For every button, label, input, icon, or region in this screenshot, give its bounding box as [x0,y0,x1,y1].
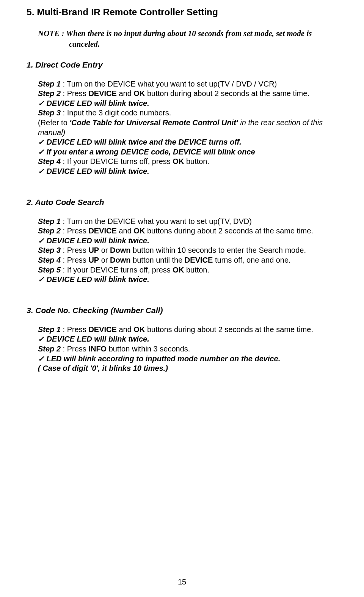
s2-step4: Step 4 : Press UP or Down button until t… [38,255,337,265]
t: turns off, one and one. [213,256,290,264]
s1-step2: Step 2 : Press DEVICE and OK button duri… [38,89,337,99]
t: UP [88,246,99,254]
t: and [117,89,133,98]
s1-step2-label: Step 2 [38,89,61,98]
subheading-auto-code: 2. Auto Code Search [27,198,337,207]
section-code-no: Step 1 : Press DEVICE and OK buttons dur… [38,325,337,373]
s1-step1-label: Step 1 [38,80,61,88]
s3-check1: ✓ DEVICE LED will blink twice. [38,334,337,344]
t: button until the [131,256,185,264]
t: 'Code Table for Universal Remote Control… [69,118,238,127]
t: : Press [61,246,88,254]
s1-check1: ✓ DEVICE LED will blink twice. [38,99,337,109]
t: and [117,325,133,334]
t: : Press [61,325,88,334]
page-number: 15 [0,578,364,586]
subheading-direct-code: 1. Direct Code Entry [27,60,337,69]
t: : Press [61,256,88,264]
s3-step1-label: Step 1 [38,325,61,334]
s1-check4: ✓ DEVICE LED will blink twice. [38,167,337,176]
t: button within 10 seconds to enter the Se… [131,246,306,254]
t: : Turn on the DEVICE what you want to se… [61,217,252,225]
t: OK [173,157,184,165]
s1-step3: Step 3 : Input the 3 digit code numbers. [38,108,337,118]
t: DEVICE [185,256,213,264]
s2-step1: Step 1 : Turn on the DEVICE what you wan… [38,217,337,227]
s2-check1: ✓ DEVICE LED will blink twice. [38,236,337,246]
s1-step4-label: Step 4 [38,157,61,165]
section-direct-code: Step 1 : Turn on the DEVICE what you wan… [38,79,337,176]
t: : Press [61,227,88,235]
s1-check3: ✓ If you enter a wrong DEVICE code, DEVI… [38,147,337,157]
note-line-2: canceled. [69,39,337,49]
s2-step3-label: Step 3 [38,246,61,254]
s1-step4: Step 4 : If your DEVICE turns off, press… [38,157,337,167]
s3-check2: ✓ LED will blink according to inputted m… [38,354,337,364]
s1-step3-label: Step 3 [38,109,61,117]
s2-step3: Step 3 : Press UP or Down button within … [38,246,337,255]
s1-step1: Step 1 : Turn on the DEVICE what you wan… [38,79,337,89]
t: button. [184,266,209,274]
t: OK [133,227,145,235]
t: Down [110,256,130,264]
s3-step2-label: Step 2 [38,345,61,353]
s2-step2-label: Step 2 [38,227,61,235]
t: buttons during about 2 seconds at the sa… [145,325,313,334]
t: OK [133,325,145,334]
t: : If your DEVICE turns off, press [61,157,173,165]
s2-step2: Step 2 : Press DEVICE and OK buttons dur… [38,226,337,236]
s2-check2: ✓ DEVICE LED will blink twice. [38,275,337,285]
t: DEVICE [88,325,116,334]
t: OK [173,266,184,274]
t: button during about 2 seconds at the sam… [145,89,309,98]
t: : Press [61,345,88,353]
t: DEVICE [88,89,116,98]
t: or [99,246,110,254]
t: OK [133,89,145,98]
note-text: NOTE : When there is no input during abo… [38,28,337,50]
t: buttons during about 2 seconds at the sa… [145,227,313,235]
t: UP [88,256,99,264]
t: or [99,256,110,264]
s2-step5-label: Step 5 [38,266,61,274]
t: : If your DEVICE turns off, press [61,266,173,274]
t: button. [184,157,209,165]
s1-refer: (Refer to 'Code Table for Universal Remo… [38,118,337,137]
s1-check2: ✓ DEVICE LED will blink twice and the DE… [38,137,337,147]
s3-check2b: ( Case of digit '0', it blinks 10 times.… [38,364,337,373]
t: Down [110,246,130,254]
subheading-code-no: 3. Code No. Checking (Number Call) [27,306,337,315]
s2-step4-label: Step 4 [38,256,61,264]
t: DEVICE [88,227,116,235]
s3-step2: Step 2 : Press INFO button within 3 seco… [38,344,337,354]
t: button within 3 seconds. [107,345,190,353]
note-line-1: NOTE : When there is no input during abo… [38,29,312,38]
t: INFO [88,345,107,353]
s2-step5: Step 5 : If your DEVICE turns off, press… [38,265,337,275]
t: : Press [61,89,88,98]
s1-step1-text: : Turn on the DEVICE what you want to se… [61,80,277,88]
s3-step1: Step 1 : Press DEVICE and OK buttons dur… [38,325,337,335]
t: and [117,227,133,235]
page-title: 5. Multi-Brand IR Remote Controller Sett… [27,7,337,17]
s2-step1-label: Step 1 [38,217,61,225]
t: (Refer to [38,118,69,127]
section-auto-code: Step 1 : Turn on the DEVICE what you wan… [38,217,337,285]
s1-step3-text: : Input the 3 digit code numbers. [61,109,171,117]
